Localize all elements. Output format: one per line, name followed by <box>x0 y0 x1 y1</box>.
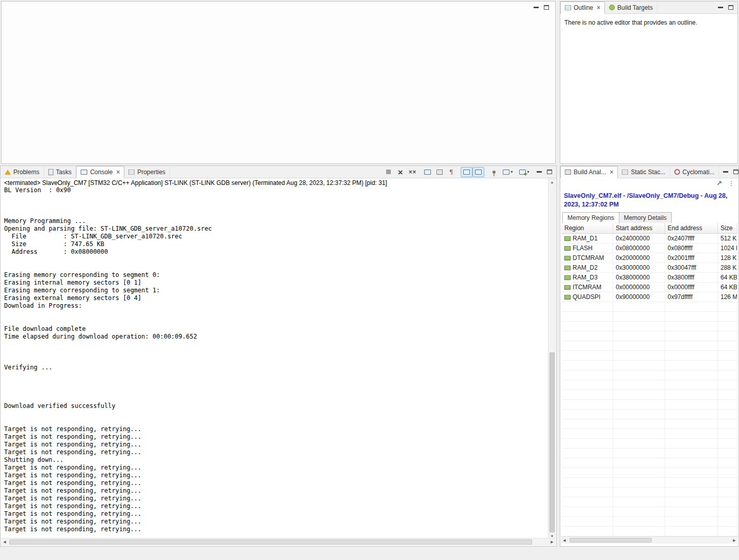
tab-cyclomatic-complexity[interactable]: Cyclomati... <box>670 166 719 178</box>
scroll-left-icon[interactable]: ◀ <box>1 538 8 546</box>
display-selected-console-icon <box>503 170 509 175</box>
tab-outline[interactable]: Outline × <box>560 2 605 14</box>
minimize-icon[interactable] <box>534 7 539 8</box>
pin-console-button[interactable] <box>488 167 500 177</box>
console-horizontal-scrollbar[interactable]: ◀ ▶ <box>1 538 556 546</box>
minimize-icon[interactable] <box>537 171 542 173</box>
maximize-icon[interactable] <box>544 5 549 10</box>
memory-region-row[interactable]: RAM_D30x380000000x3800ffff64 KB <box>562 273 737 283</box>
empty-cell <box>562 341 613 350</box>
maximize-icon[interactable] <box>728 5 733 10</box>
cell-size: 126 MB <box>718 292 737 302</box>
build-analyzer-icon <box>565 170 571 175</box>
cell-start: 0x24000000 <box>613 234 665 243</box>
export-icon[interactable]: ↗ <box>716 180 722 186</box>
build-analyzer-horizontal-scrollbar[interactable]: ◀ ▶ <box>561 536 738 544</box>
memory-region-icon <box>564 256 571 260</box>
empty-cell <box>613 322 665 331</box>
memory-table-empty-row <box>562 517 737 527</box>
editor-area <box>1 1 556 164</box>
memory-region-row[interactable]: DTCMRAM0x200000000x2001ffff128 KB <box>562 253 737 263</box>
cell-region: QUADSPI <box>562 292 613 302</box>
tab-build-analyzer[interactable]: Build Anal... × <box>560 166 618 178</box>
minimize-icon[interactable] <box>723 171 728 173</box>
column-header-start-address[interactable]: Start address <box>613 223 665 233</box>
minimize-icon[interactable] <box>718 7 723 8</box>
close-icon[interactable]: × <box>610 169 613 176</box>
scroll-left-icon[interactable]: ◀ <box>561 537 568 544</box>
build-analyzer-toolbar: ↗ ⋮ <box>716 180 734 186</box>
memory-region-row[interactable]: FLASH0x080000000x080fffff1024 KB <box>562 244 737 253</box>
static-stack-analyzer-icon <box>622 170 628 175</box>
maximize-icon[interactable] <box>733 170 738 174</box>
memory-region-row[interactable]: RAM_D20x300000000x30047fff288 KB <box>562 263 737 273</box>
empty-cell <box>718 517 737 526</box>
show-console-stdout-button[interactable] <box>461 167 472 177</box>
clear-console-button[interactable] <box>422 167 433 177</box>
scroll-right-icon[interactable]: ▶ <box>548 538 556 546</box>
empty-cell <box>665 488 718 497</box>
open-console-button[interactable]: ▾ <box>516 167 533 177</box>
empty-cell <box>613 439 665 448</box>
memory-table-empty-row <box>562 361 737 370</box>
empty-cell <box>613 302 665 311</box>
empty-cell <box>665 439 718 448</box>
close-icon[interactable]: × <box>597 4 600 11</box>
empty-cell <box>613 478 665 487</box>
view-menu-icon[interactable]: ⋮ <box>728 180 734 186</box>
cell-start: 0x00000000 <box>613 283 665 292</box>
column-header-size[interactable]: Size <box>718 223 737 233</box>
scrollbar-thumb[interactable] <box>9 539 532 545</box>
empty-cell <box>613 361 665 370</box>
empty-cell <box>718 449 737 458</box>
show-console-stderr-button[interactable] <box>472 167 484 177</box>
console-panel: Problems Tasks Console × Properties × ××… <box>0 165 557 547</box>
empty-cell <box>665 390 718 399</box>
scrollbar-thumb[interactable] <box>570 538 652 543</box>
column-header-end-address[interactable]: End address <box>665 223 718 233</box>
empty-cell <box>562 507 613 516</box>
empty-cell <box>665 449 718 458</box>
scroll-lock-button[interactable] <box>433 167 445 177</box>
memory-table-empty-row <box>562 312 737 322</box>
scroll-right-icon[interactable]: ▶ <box>731 537 738 544</box>
cell-region: RAM_D2 <box>562 263 613 272</box>
problems-icon <box>5 170 11 175</box>
empty-cell <box>718 322 737 331</box>
memory-region-row[interactable]: RAM_D10x240000000x2407ffff512 KB <box>562 234 737 244</box>
empty-cell <box>613 409 665 419</box>
terminate-button[interactable] <box>383 167 394 177</box>
empty-cell <box>665 419 718 428</box>
empty-cell <box>718 341 737 350</box>
memory-region-row[interactable]: ITCMRAM0x000000000x0000ffff64 KB <box>562 283 737 292</box>
tab-memory-regions[interactable]: Memory Regions <box>562 212 619 223</box>
display-selected-console-button[interactable]: ▾ <box>500 167 516 177</box>
remove-all-terminated-button[interactable]: ×× <box>406 167 418 177</box>
empty-cell <box>562 458 613 468</box>
scrollbar-thumb[interactable] <box>549 352 555 532</box>
remove-launch-button[interactable]: × <box>394 167 406 177</box>
tab-console[interactable]: Console × <box>76 166 124 178</box>
console-output[interactable]: BL Version : 0x90 Memory Programming ...… <box>4 186 547 538</box>
tab-properties[interactable]: Properties <box>124 166 170 178</box>
tab-tasks[interactable]: Tasks <box>44 166 77 178</box>
memory-region-row[interactable]: QUADSPI0x900000000x97dfffff126 MB <box>562 292 737 302</box>
tab-problems[interactable]: Problems <box>1 166 44 178</box>
tab-memory-details[interactable]: Memory Details <box>619 212 672 223</box>
console-vertical-scrollbar[interactable]: ▲ ▼ <box>548 178 556 539</box>
tab-build-targets[interactable]: Build Targets <box>605 2 657 13</box>
word-wrap-button[interactable]: ¶ <box>445 167 457 177</box>
tab-static-stack-analyzer[interactable]: Static Stac... <box>618 166 670 178</box>
cell-region: DTCMRAM <box>562 253 613 263</box>
properties-icon <box>128 170 135 175</box>
column-header-region[interactable]: Region <box>562 223 613 233</box>
empty-cell <box>613 429 665 438</box>
empty-cell <box>613 370 665 380</box>
memory-table-empty-row <box>562 390 737 400</box>
close-icon[interactable]: × <box>116 169 120 176</box>
tab-label: Static Stac... <box>631 169 665 176</box>
maximize-icon[interactable] <box>547 170 552 174</box>
memory-table-empty-row <box>562 400 737 409</box>
scroll-up-icon[interactable]: ▲ <box>548 178 556 185</box>
tab-label: Memory Regions <box>567 214 614 221</box>
